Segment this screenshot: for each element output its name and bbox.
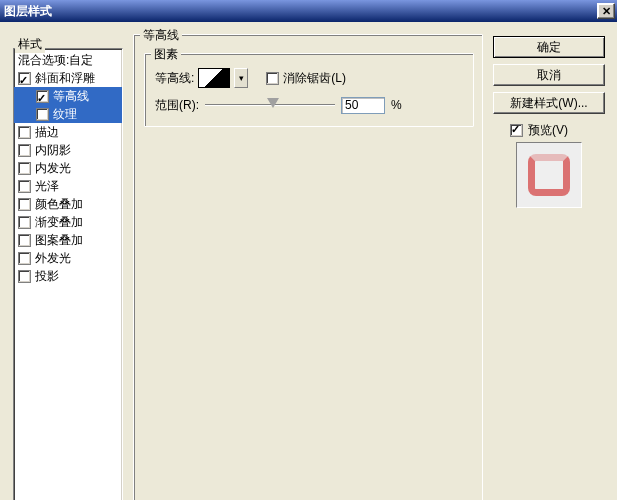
ok-button[interactable]: 确定 bbox=[493, 36, 605, 58]
antialias-label: 消除锯齿(L) bbox=[283, 70, 346, 87]
style-item-label: 内发光 bbox=[35, 159, 71, 177]
style-item-checkbox[interactable] bbox=[18, 198, 31, 211]
styles-header: 样式 bbox=[15, 36, 45, 53]
style-item-label: 光泽 bbox=[35, 177, 59, 195]
title-bar: 图层样式 ✕ bbox=[0, 0, 617, 22]
style-item-label: 渐变叠加 bbox=[35, 213, 83, 231]
ok-button-label: 确定 bbox=[537, 39, 561, 56]
range-input[interactable] bbox=[341, 97, 385, 114]
style-item-label: 等高线 bbox=[53, 87, 89, 105]
style-item-checkbox[interactable] bbox=[18, 234, 31, 247]
section-elements: 图素 等高线: ▾ 消除锯齿(L) 范围(R): % bbox=[144, 53, 474, 127]
style-item-label: 图案叠加 bbox=[35, 231, 83, 249]
style-item-1[interactable]: 斜面和浮雕 bbox=[14, 69, 122, 87]
range-label: 范围(R): bbox=[155, 97, 199, 114]
styles-panel: 混合选项:自定斜面和浮雕等高线纹理描边内阴影内发光光泽颜色叠加渐变叠加图案叠加外… bbox=[13, 48, 123, 500]
style-item-10[interactable]: 图案叠加 bbox=[14, 231, 122, 249]
style-item-2[interactable]: 等高线 bbox=[14, 87, 122, 105]
styles-list: 混合选项:自定斜面和浮雕等高线纹理描边内阴影内发光光泽颜色叠加渐变叠加图案叠加外… bbox=[14, 49, 122, 285]
style-item-label: 斜面和浮雕 bbox=[35, 69, 95, 87]
style-item-checkbox[interactable] bbox=[18, 252, 31, 265]
style-item-label: 混合选项:自定 bbox=[18, 51, 93, 69]
slider-thumb[interactable] bbox=[267, 98, 279, 108]
section-contour: 等高线 图素 等高线: ▾ 消除锯齿(L) 范围(R): % bbox=[133, 34, 483, 500]
style-item-checkbox[interactable] bbox=[18, 270, 31, 283]
style-item-label: 内阴影 bbox=[35, 141, 71, 159]
style-item-checkbox[interactable] bbox=[36, 90, 49, 103]
window-title: 图层样式 bbox=[4, 3, 52, 20]
range-slider[interactable] bbox=[205, 96, 335, 114]
style-item-3[interactable]: 纹理 bbox=[14, 105, 122, 123]
style-item-label: 外发光 bbox=[35, 249, 71, 267]
preview-shape-icon bbox=[528, 154, 570, 196]
row-contour: 等高线: ▾ 消除锯齿(L) bbox=[155, 68, 346, 88]
style-item-0[interactable]: 混合选项:自定 bbox=[14, 51, 122, 69]
preview-checkbox[interactable] bbox=[510, 124, 523, 137]
style-item-checkbox[interactable] bbox=[18, 126, 31, 139]
percent-symbol: % bbox=[391, 98, 402, 112]
new-style-button-label: 新建样式(W)... bbox=[510, 95, 587, 112]
antialias-checkbox[interactable] bbox=[266, 72, 279, 85]
style-item-9[interactable]: 渐变叠加 bbox=[14, 213, 122, 231]
style-item-label: 纹理 bbox=[53, 105, 77, 123]
style-item-checkbox[interactable] bbox=[18, 72, 31, 85]
dialog-body: 样式 混合选项:自定斜面和浮雕等高线纹理描边内阴影内发光光泽颜色叠加渐变叠加图案… bbox=[0, 22, 617, 500]
close-button[interactable]: ✕ bbox=[597, 3, 615, 19]
close-icon: ✕ bbox=[602, 5, 611, 18]
new-style-button[interactable]: 新建样式(W)... bbox=[493, 92, 605, 114]
style-item-checkbox[interactable] bbox=[18, 144, 31, 157]
contour-label: 等高线: bbox=[155, 70, 194, 87]
style-item-label: 颜色叠加 bbox=[35, 195, 83, 213]
section-elements-legend: 图素 bbox=[151, 46, 181, 63]
style-item-11[interactable]: 外发光 bbox=[14, 249, 122, 267]
style-item-label: 投影 bbox=[35, 267, 59, 285]
style-item-label: 描边 bbox=[35, 123, 59, 141]
preview-checkbox-row[interactable]: 预览(V) bbox=[510, 122, 568, 139]
row-range: 范围(R): % bbox=[155, 96, 402, 114]
contour-picker[interactable] bbox=[198, 68, 230, 88]
style-item-5[interactable]: 内阴影 bbox=[14, 141, 122, 159]
chevron-down-icon: ▾ bbox=[239, 73, 244, 83]
style-item-checkbox[interactable] bbox=[36, 108, 49, 121]
style-item-6[interactable]: 内发光 bbox=[14, 159, 122, 177]
contour-dropdown-button[interactable]: ▾ bbox=[234, 68, 248, 88]
style-item-8[interactable]: 颜色叠加 bbox=[14, 195, 122, 213]
style-item-checkbox[interactable] bbox=[18, 216, 31, 229]
cancel-button[interactable]: 取消 bbox=[493, 64, 605, 86]
style-item-checkbox[interactable] bbox=[18, 180, 31, 193]
preview-thumbnail bbox=[516, 142, 582, 208]
section-contour-legend: 等高线 bbox=[140, 27, 182, 44]
style-item-checkbox[interactable] bbox=[18, 162, 31, 175]
cancel-button-label: 取消 bbox=[537, 67, 561, 84]
style-item-7[interactable]: 光泽 bbox=[14, 177, 122, 195]
preview-label: 预览(V) bbox=[528, 122, 568, 139]
style-item-12[interactable]: 投影 bbox=[14, 267, 122, 285]
style-item-4[interactable]: 描边 bbox=[14, 123, 122, 141]
